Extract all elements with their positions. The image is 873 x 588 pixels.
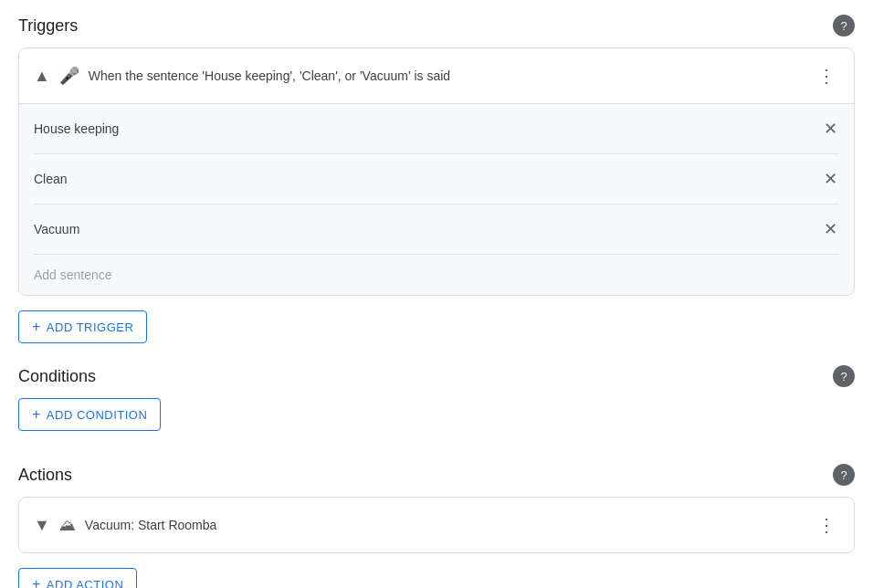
remove-sentence-1-button[interactable]: ✕ <box>822 117 839 141</box>
remove-sentence-2-button[interactable]: ✕ <box>822 167 839 191</box>
triggers-help-icon[interactable]: ? <box>833 15 855 37</box>
chevron-up-icon[interactable]: ▲ <box>34 67 50 86</box>
trigger-more-button[interactable]: ⋮ <box>814 61 839 90</box>
trigger-summary: When the sentence 'House keeping', 'Clea… <box>89 68 450 83</box>
sentence-row-2: Clean ✕ <box>34 154 839 205</box>
sentence-text-3: Vacuum <box>34 222 79 236</box>
trigger-card-header: ▲ 🎤 When the sentence 'House keeping', '… <box>19 48 854 104</box>
sentence-text-1: House keeping <box>34 121 119 136</box>
add-condition-plus-icon: + <box>32 406 41 423</box>
conditions-section: Conditions ? + ADD CONDITION <box>18 365 855 446</box>
actions-header: Actions ? <box>18 464 855 486</box>
add-condition-button[interactable]: + ADD CONDITION <box>18 398 161 431</box>
actions-section: Actions ? ▼ ⛰ Vacuum: Start Roomba ⋮ + A… <box>18 464 855 588</box>
trigger-card: ▲ 🎤 When the sentence 'House keeping', '… <box>18 47 855 296</box>
add-sentence-row <box>34 255 839 295</box>
action-card: ▼ ⛰ Vacuum: Start Roomba ⋮ <box>18 497 855 553</box>
triggers-section: Triggers ? ▲ 🎤 When the sentence 'House … <box>18 15 855 358</box>
vacuum-action-icon: ⛰ <box>59 516 76 535</box>
action-more-button[interactable]: ⋮ <box>814 510 839 540</box>
triggers-header: Triggers ? <box>18 15 855 37</box>
actions-title: Actions <box>18 466 72 485</box>
voice-trigger-icon: 🎤 <box>59 66 79 86</box>
conditions-title: Conditions <box>18 367 96 386</box>
trigger-card-header-left: ▲ 🎤 When the sentence 'House keeping', '… <box>34 66 805 86</box>
add-action-button[interactable]: + ADD ACTION <box>18 568 137 588</box>
sentence-list: House keeping ✕ Clean ✕ Vacuum ✕ <box>19 104 854 295</box>
add-condition-label: ADD CONDITION <box>47 408 148 422</box>
add-sentence-input[interactable] <box>34 268 839 282</box>
add-trigger-label: ADD TRIGGER <box>47 320 134 334</box>
action-label: Vacuum: Start Roomba <box>85 518 216 532</box>
add-trigger-button[interactable]: + ADD TRIGGER <box>18 310 147 343</box>
add-action-label: ADD ACTION <box>47 578 123 589</box>
sentence-row-3: Vacuum ✕ <box>34 205 839 255</box>
action-chevron-down-icon[interactable]: ▼ <box>34 516 50 535</box>
actions-help-icon[interactable]: ? <box>833 464 855 486</box>
add-trigger-plus-icon: + <box>32 319 41 335</box>
sentence-text-2: Clean <box>34 172 68 186</box>
triggers-title: Triggers <box>18 16 78 36</box>
add-action-plus-icon: + <box>32 576 41 588</box>
action-card-header-left: ▼ ⛰ Vacuum: Start Roomba <box>34 516 805 535</box>
page: Triggers ? ▲ 🎤 When the sentence 'House … <box>0 0 873 588</box>
action-card-header: ▼ ⛰ Vacuum: Start Roomba ⋮ <box>19 498 854 552</box>
remove-sentence-3-button[interactable]: ✕ <box>822 217 839 241</box>
conditions-help-icon[interactable]: ? <box>833 365 855 387</box>
conditions-header: Conditions ? <box>18 365 855 387</box>
sentence-row-1: House keeping ✕ <box>34 104 839 154</box>
